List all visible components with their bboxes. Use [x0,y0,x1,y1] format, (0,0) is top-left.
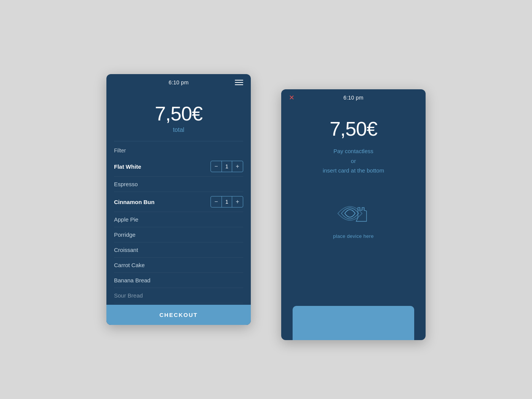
payment-instructions: Pay contactless or insert card at the bo… [323,146,384,176]
left-phone-time: 6:10 pm [169,79,189,86]
menu-item-cinnamon-bun: Cinnamon Bun − 1 + [114,192,243,212]
menu-item-name: Cinnamon Bun [114,199,155,205]
qty-increase-flat-white[interactable]: + [232,161,243,172]
qty-decrease-cinnamon-bun[interactable]: − [211,196,222,207]
menu-item-apple-pie: Apple Pie [114,212,243,227]
filter-label: Filter [106,141,251,157]
menu-item-banana-bread: Banana Bread [114,273,243,288]
menu-item-carrot-cake: Carrot Cake [114,258,243,273]
quantity-control-flat-white[interactable]: − 1 + [211,161,243,172]
menu-item-name: Flat White [114,163,141,170]
left-phone: 6:10 pm 7,50€ total Filter Flat White − … [106,74,251,325]
qty-decrease-flat-white[interactable]: − [211,161,222,172]
payment-line3: insert card at the bottom [323,167,384,174]
total-label: total [173,127,184,133]
right-phone: ✕ 6:10 pm 7,50€ Pay contactless or inser… [281,89,426,340]
menu-item-name: Apple Pie [114,216,138,223]
right-phone-time: 6:10 pm [344,95,364,101]
menu-item-porridge: Porridge [114,227,243,242]
payment-section: 7,50€ Pay contactless or insert card at … [281,106,426,183]
menu-item-croissant: Croissant [114,242,243,258]
menu-item-flat-white: Flat White − 1 + [114,157,243,177]
close-button[interactable]: ✕ [289,93,294,102]
menu-item-name: Carrot Cake [114,262,145,268]
qty-value-cinnamon-bun: 1 [222,196,232,207]
hamburger-menu-icon[interactable] [235,80,243,85]
menu-item-name: Porridge [114,231,136,238]
menu-item-name: Banana Bread [114,277,150,283]
menu-item-name: Sour Bread [114,292,143,299]
payment-line2: or [351,158,356,164]
menu-item-sour-bread: Sour Bread [114,288,243,303]
menu-list: Flat White − 1 + Espresso Cinnamon Bun −… [106,157,251,305]
payment-line1: Pay contactless [333,148,373,154]
quantity-control-cinnamon-bun[interactable]: − 1 + [211,196,243,207]
total-amount: 7,50€ [155,102,202,125]
payment-amount: 7,50€ [329,117,377,140]
qty-value-flat-white: 1 [222,161,232,172]
menu-item-name: Croissant [114,247,138,253]
total-section: 7,50€ total [106,91,251,141]
contactless-area: place device here [281,198,426,239]
left-phone-header: 6:10 pm [106,74,251,91]
right-phone-header: ✕ 6:10 pm [281,89,426,106]
contactless-icon [334,198,372,229]
qty-increase-cinnamon-bun[interactable]: + [232,196,243,207]
menu-item-name: Espresso [114,181,138,187]
place-device-text: place device here [333,233,374,239]
card-insert-slot [293,306,414,340]
checkout-button[interactable]: CHECKOUT [106,305,251,325]
menu-item-espresso: Espresso [114,177,243,192]
